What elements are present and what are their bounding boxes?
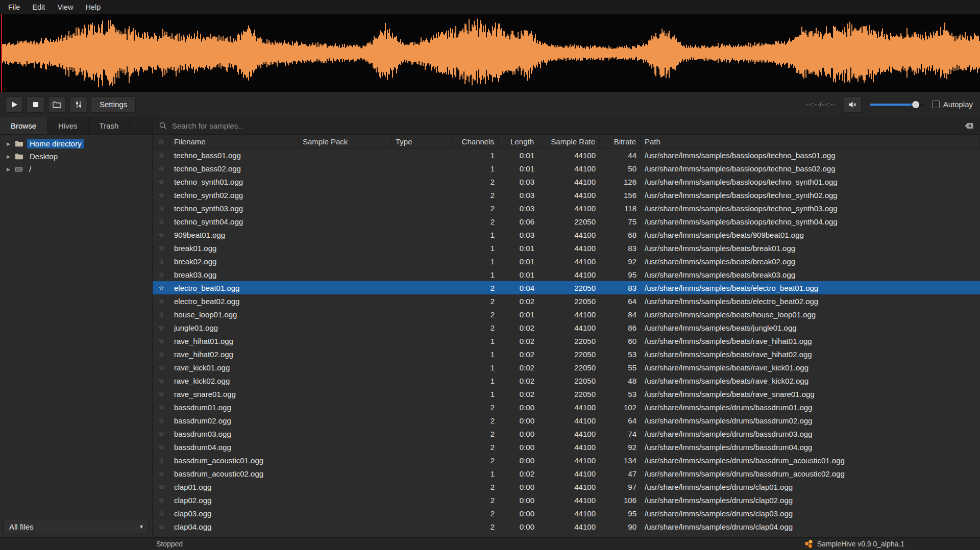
filename-cell: clap03.ogg	[170, 509, 299, 518]
table-row[interactable]: ☆ jungle01.ogg 2 0:02 44100 86 /usr/shar…	[153, 321, 980, 334]
favorite-star-icon[interactable]: ☆	[153, 443, 170, 451]
table-row[interactable]: ☆ clap03.ogg 2 0:00 44100 95 /usr/share/…	[153, 507, 980, 520]
filters-button[interactable]	[69, 96, 87, 113]
table-row[interactable]: ☆ rave_hihat02.ogg 1 0:02 22050 53 /usr/…	[153, 347, 980, 361]
favorite-star-icon[interactable]: ☆	[153, 377, 170, 385]
table-row[interactable]: ☆ techno_synth02.ogg 2 0:03 44100 156 /u…	[153, 188, 980, 202]
favorite-star-icon[interactable]: ☆	[153, 218, 170, 226]
favorite-star-icon[interactable]: ☆	[153, 337, 170, 345]
autoplay-checkbox[interactable]	[932, 101, 940, 108]
volume-slider-handle[interactable]	[912, 101, 920, 109]
volume-slider[interactable]	[870, 104, 924, 106]
column-header-sample-pack[interactable]: Sample Pack	[299, 135, 391, 148]
table-row[interactable]: ☆ break03.ogg 1 0:01 44100 95 /usr/share…	[153, 268, 980, 281]
favorite-column-header[interactable]: ☆	[153, 135, 170, 148]
table-row[interactable]: ☆ rave_kick02.ogg 1 0:02 22050 48 /usr/s…	[153, 374, 980, 387]
favorite-star-icon[interactable]: ☆	[153, 430, 170, 438]
mute-button[interactable]	[844, 96, 862, 113]
table-row[interactable]: ☆ clap04.ogg 2 0:00 44100 90 /usr/share/…	[153, 520, 980, 533]
favorite-star-icon[interactable]: ☆	[153, 271, 170, 279]
expander-icon[interactable]: ▶	[6, 141, 11, 146]
table-row[interactable]: ☆ electro_beat01.ogg 2 0:04 22050 83 /us…	[153, 281, 980, 294]
favorite-star-icon[interactable]: ☆	[153, 364, 170, 371]
table-row[interactable]: ☆ clap01.ogg 2 0:00 44100 97 /usr/share/…	[153, 480, 980, 493]
favorite-star-icon[interactable]: ☆	[153, 311, 170, 318]
favorite-star-icon[interactable]: ☆	[153, 404, 170, 411]
favorite-star-icon[interactable]: ☆	[153, 244, 170, 252]
table-row[interactable]: ☆ techno_synth03.ogg 2 0:03 44100 118 /u…	[153, 202, 980, 215]
favorite-star-icon[interactable]: ☆	[153, 417, 170, 424]
table-row[interactable]: ☆ electro_beat02.ogg 2 0:02 22050 64 /us…	[153, 294, 980, 308]
table-row[interactable]: ☆ techno_synth01.ogg 2 0:03 44100 126 /u…	[153, 175, 980, 188]
waveform-display[interactable]	[0, 14, 980, 92]
table-row[interactable]: ☆ rave_snare01.ogg 1 0:02 22050 53 /usr/…	[153, 387, 980, 401]
table-row[interactable]: ☆ techno_bass01.ogg 1 0:01 44100 44 /usr…	[153, 148, 980, 162]
column-header-filename[interactable]: Filename	[170, 135, 299, 148]
filename-cell: bassdrum01.ogg	[170, 403, 299, 412]
column-header-type[interactable]: Type	[391, 135, 452, 148]
tab-browse[interactable]: Browse	[0, 117, 47, 134]
favorite-star-icon[interactable]: ☆	[153, 231, 170, 239]
favorite-star-icon[interactable]: ☆	[153, 165, 170, 172]
column-header-length[interactable]: Length	[499, 135, 538, 148]
table-row[interactable]: ☆ bassdrum_acoustic01.ogg 2 0:00 44100 1…	[153, 454, 980, 467]
table-row[interactable]: ☆ rave_hihat01.ogg 1 0:02 22050 60 /usr/…	[153, 334, 980, 347]
favorite-star-icon[interactable]: ☆	[153, 523, 170, 531]
table-row[interactable]: ☆ break01.ogg 1 0:01 44100 83 /usr/share…	[153, 241, 980, 255]
favorite-star-icon[interactable]: ☆	[153, 297, 170, 305]
loop-button[interactable]	[48, 96, 66, 113]
favorite-star-icon[interactable]: ☆	[153, 178, 170, 186]
column-header-channels[interactable]: Channels	[452, 135, 499, 148]
favorite-star-icon[interactable]: ☆	[153, 205, 170, 212]
column-header-bitrate[interactable]: Bitrate	[600, 135, 641, 148]
column-header-path[interactable]: Path	[641, 135, 980, 148]
stop-button[interactable]	[27, 96, 44, 113]
favorite-star-icon[interactable]: ☆	[153, 191, 170, 199]
table-row[interactable]: ☆ bassdrum01.ogg 2 0:00 44100 102 /usr/s…	[153, 401, 980, 414]
menu-edit[interactable]: Edit	[26, 0, 51, 14]
tab-trash[interactable]: Trash	[89, 117, 130, 134]
playhead-marker[interactable]	[1, 14, 2, 92]
favorite-star-icon[interactable]: ☆	[153, 284, 170, 292]
tab-hives[interactable]: Hives	[47, 117, 89, 134]
menu-file[interactable]: File	[2, 0, 26, 14]
table-row[interactable]: ☆ bassdrum04.ogg 2 0:00 44100 92 /usr/sh…	[153, 440, 980, 454]
menu-help[interactable]: Help	[80, 0, 107, 14]
filename-cell: rave_hihat02.ogg	[170, 350, 299, 359]
expander-icon[interactable]: ▶	[6, 154, 11, 159]
file-filter-dropdown[interactable]: All files ▼	[3, 519, 149, 534]
table-row[interactable]: ☆ house_loop01.ogg 2 0:01 44100 84 /usr/…	[153, 308, 980, 321]
table-row[interactable]: ☆ bassdrum_acoustic02.ogg 1 0:02 44100 4…	[153, 467, 980, 480]
table-row[interactable]: ☆ 909beat01.ogg 1 0:03 44100 68 /usr/sha…	[153, 228, 980, 241]
table-row[interactable]: ☆ clap02.ogg 2 0:00 44100 106 /usr/share…	[153, 493, 980, 507]
column-header-sample-rate[interactable]: Sample Rate	[538, 135, 600, 148]
tree-item[interactable]: ▶ Desktop	[0, 150, 152, 163]
table-row[interactable]: ☆ techno_synth04.ogg 2 0:06 22050 75 /us…	[153, 215, 980, 228]
favorite-star-icon[interactable]: ☆	[153, 470, 170, 478]
favorite-star-icon[interactable]: ☆	[153, 390, 170, 398]
clear-search-icon[interactable]	[964, 121, 974, 130]
favorite-star-icon[interactable]: ☆	[153, 483, 170, 491]
menu-view[interactable]: View	[51, 0, 79, 14]
table-row[interactable]: ☆ techno_bass02.ogg 1 0:01 44100 50 /usr…	[153, 162, 980, 175]
table-row[interactable]: ☆ bassdrum02.ogg 2 0:00 44100 64 /usr/sh…	[153, 414, 980, 427]
favorite-star-icon[interactable]: ☆	[153, 324, 170, 332]
tree-item[interactable]: ▶ Home directory	[0, 137, 152, 150]
folder-icon	[15, 153, 23, 160]
favorite-star-icon[interactable]: ☆	[153, 457, 170, 464]
favorite-star-icon[interactable]: ☆	[153, 258, 170, 265]
tree-item[interactable]: ▶ /	[0, 163, 152, 176]
favorite-star-icon[interactable]: ☆	[153, 496, 170, 504]
search-icon	[159, 121, 167, 130]
sample-rate-cell: 44100	[538, 323, 600, 332]
table-row[interactable]: ☆ break02.ogg 1 0:01 44100 92 /usr/share…	[153, 255, 980, 268]
search-input[interactable]	[172, 121, 960, 130]
settings-button[interactable]: Settings	[91, 96, 136, 113]
table-row[interactable]: ☆ bassdrum03.ogg 2 0:00 44100 74 /usr/sh…	[153, 427, 980, 440]
favorite-star-icon[interactable]: ☆	[153, 510, 170, 517]
play-button[interactable]	[5, 96, 23, 113]
table-row[interactable]: ☆ rave_kick01.ogg 1 0:02 22050 55 /usr/s…	[153, 361, 980, 374]
expander-icon[interactable]: ▶	[6, 167, 11, 172]
favorite-star-icon[interactable]: ☆	[153, 351, 170, 358]
favorite-star-icon[interactable]: ☆	[153, 152, 170, 159]
